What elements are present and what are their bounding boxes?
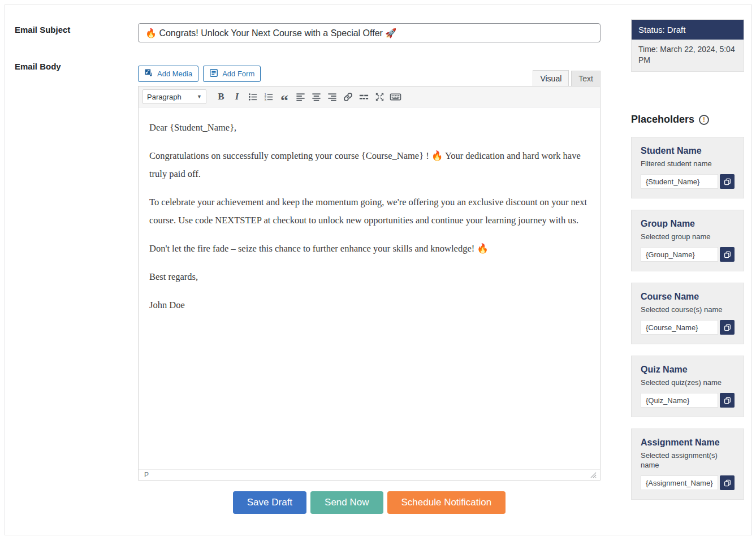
editor-mode-tabs: Visual Text <box>533 70 601 86</box>
tab-text[interactable]: Text <box>571 71 601 86</box>
sidebar: Status: Draft Time: March 22, 2024, 5:04… <box>631 19 744 500</box>
placeholder-card-quiz-name: Quiz Name Selected quiz(zes) name <box>631 356 744 417</box>
add-media-button[interactable]: Add Media <box>138 66 198 82</box>
status-badge: Status: Draft <box>632 20 744 40</box>
placeholder-card-student-name: Student Name Filtered student name <box>631 137 744 198</box>
svg-text:3: 3 <box>264 98 266 102</box>
paragraph-format-value: Paragraph <box>147 93 182 101</box>
body-paragraph: John Doe <box>149 296 589 314</box>
add-form-button[interactable]: Add Form <box>203 66 261 82</box>
align-right-icon[interactable] <box>324 89 340 104</box>
editor-status-bar: P <box>139 469 600 480</box>
save-draft-button[interactable]: Save Draft <box>233 491 306 514</box>
copy-button[interactable] <box>720 475 735 490</box>
keyboard-shortcuts-icon[interactable] <box>387 89 403 104</box>
placeholders-heading-label: Placeholders <box>631 114 694 125</box>
tab-visual[interactable]: Visual <box>533 70 569 86</box>
placeholder-card-course-name: Course Name Selected course(s) name <box>631 283 744 344</box>
email-subject-input[interactable] <box>138 23 601 42</box>
copy-button[interactable] <box>720 247 735 262</box>
placeholder-title: Quiz Name <box>641 365 735 375</box>
email-subject-label: Email Subject <box>15 25 70 34</box>
form-icon <box>209 68 218 79</box>
align-left-icon[interactable] <box>292 89 308 104</box>
add-media-label: Add Media <box>157 70 192 78</box>
placeholder-title: Assignment Name <box>641 438 735 448</box>
placeholder-description: Selected course(s) name <box>641 305 735 314</box>
status-panel: Status: Draft Time: March 22, 2024, 5:04… <box>631 19 744 72</box>
paragraph-format-dropdown[interactable]: Paragraph ▼ <box>142 89 206 104</box>
resize-grip-icon[interactable] <box>590 472 597 478</box>
blockquote-icon[interactable]: “ <box>277 89 292 104</box>
schedule-notification-button[interactable]: Schedule Notification <box>387 491 506 514</box>
read-more-icon[interactable] <box>356 89 371 104</box>
placeholder-token-input[interactable] <box>641 247 718 262</box>
placeholder-description: Selected group name <box>641 232 735 241</box>
editor-toolbar: Paragraph ▼ B I 1 2 3 <box>139 86 600 107</box>
body-paragraph: Congratulations on successfully completi… <box>149 147 589 183</box>
body-paragraph: To celebrate your achievement and keep t… <box>149 193 589 230</box>
placeholder-title: Group Name <box>641 219 735 229</box>
email-body-label: Email Body <box>15 62 61 71</box>
copy-icon <box>724 324 731 331</box>
bullet-list-icon[interactable] <box>245 89 261 104</box>
placeholder-description: Selected quiz(zes) name <box>641 378 735 387</box>
email-body-content[interactable]: Dear {Student_Name}, Congratulations on … <box>139 107 600 469</box>
placeholder-token-input[interactable] <box>641 320 718 335</box>
link-icon[interactable] <box>340 89 356 104</box>
copy-icon <box>724 251 731 258</box>
placeholder-title: Student Name <box>641 146 735 156</box>
add-form-label: Add Form <box>222 70 254 78</box>
body-paragraph: Don't let the fire fade – seize this cha… <box>149 240 589 258</box>
placeholder-card-group-name: Group Name Selected group name <box>631 210 744 271</box>
bold-button[interactable]: B <box>213 89 229 104</box>
status-time: Time: March 22, 2024, 5:04 PM <box>632 40 744 71</box>
body-paragraph: Dear {Student_Name}, <box>149 119 589 137</box>
placeholder-description: Selected assignment(s) name <box>641 451 735 470</box>
placeholder-token-input[interactable] <box>641 393 718 408</box>
copy-icon <box>724 178 731 185</box>
element-path-indicator: P <box>144 471 149 479</box>
email-body-editor: Add Media Add Form Visual Text <box>138 61 601 481</box>
action-buttons: Save Draft Send Now Schedule Notificatio… <box>138 491 601 514</box>
placeholder-card-assignment-name: Assignment Name Selected assignment(s) n… <box>631 429 744 500</box>
send-now-button[interactable]: Send Now <box>310 491 383 514</box>
align-center-icon[interactable] <box>308 89 324 104</box>
copy-button[interactable] <box>720 320 735 335</box>
placeholder-title: Course Name <box>641 292 735 302</box>
fullscreen-icon[interactable] <box>371 89 387 104</box>
placeholder-token-input[interactable] <box>641 475 718 490</box>
copy-button[interactable] <box>720 393 735 408</box>
placeholder-description: Filtered student name <box>641 159 735 168</box>
media-icon <box>144 68 153 79</box>
italic-button[interactable]: I <box>229 89 245 104</box>
copy-icon <box>724 479 731 487</box>
info-icon[interactable]: ! <box>699 115 709 125</box>
body-paragraph: Best regards, <box>149 268 589 286</box>
chevron-down-icon: ▼ <box>197 94 202 99</box>
notification-editor-panel: Email Subject Email Body Add Media <box>5 5 752 535</box>
placeholder-token-input[interactable] <box>641 174 718 189</box>
placeholders-heading: Placeholders ! <box>631 114 744 125</box>
copy-button[interactable] <box>720 174 735 189</box>
copy-icon <box>724 397 731 404</box>
numbered-list-icon[interactable]: 1 2 3 <box>261 89 277 104</box>
